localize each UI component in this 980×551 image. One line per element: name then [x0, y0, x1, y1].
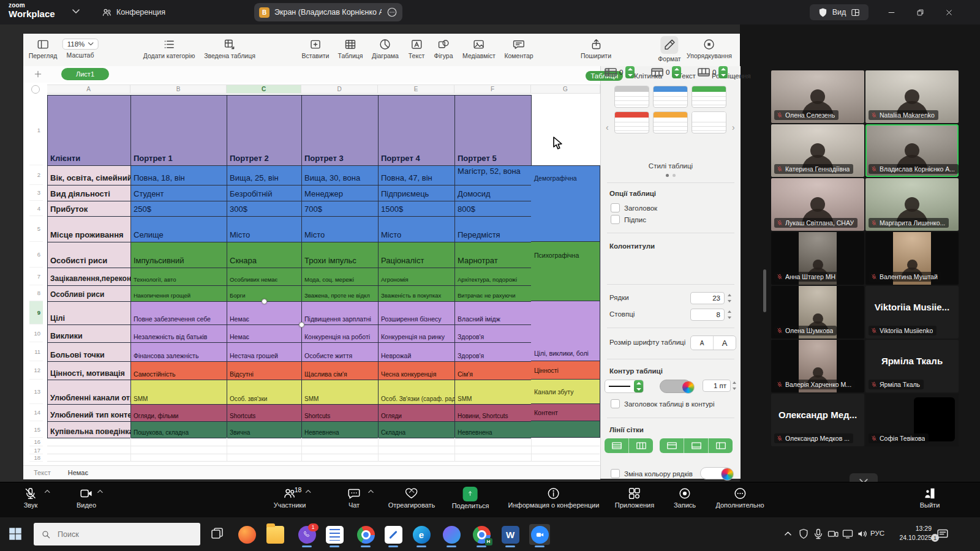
- stepper-icon[interactable]: [634, 380, 643, 392]
- table-cell[interactable]: Портрет 5: [455, 96, 532, 166]
- toolbar-item-text[interactable]: Текст: [409, 38, 424, 59]
- table-cell[interactable]: 800$: [455, 201, 532, 217]
- table-cell[interactable]: Накопичення грощей: [131, 286, 227, 302]
- table-cell[interactable]: Особливих немає: [227, 268, 302, 286]
- taskbar-app[interactable]: [236, 524, 257, 545]
- taskbar-app[interactable]: [324, 524, 345, 545]
- table-cell[interactable]: Неврожай: [379, 343, 455, 362]
- start-button[interactable]: [7, 526, 23, 542]
- table-cell[interactable]: Марнотрат: [455, 242, 532, 268]
- tab-screen-share[interactable]: B Экран (Владислав Корнієнко АГ: [254, 3, 402, 21]
- selection-handle[interactable]: [299, 322, 304, 328]
- table-style-thumbnail[interactable]: [653, 111, 688, 133]
- row-header-17[interactable]: 17: [29, 446, 43, 454]
- table-cell[interactable]: Shortcuts: [227, 405, 302, 422]
- header-footer-stepper-1[interactable]: 0: [651, 66, 681, 78]
- zoom-control-participants[interactable]: 18Участники: [274, 487, 306, 509]
- participant-tile[interactable]: Олена Селезень: [771, 70, 864, 123]
- table-cell[interactable]: Особисті риси: [48, 242, 131, 268]
- font-bigger-button[interactable]: A: [714, 336, 736, 350]
- task-view-icon[interactable]: [209, 527, 224, 541]
- outline-line-style-select[interactable]: [605, 380, 644, 393]
- g-column-segment[interactable]: Контент: [531, 404, 600, 421]
- view-button[interactable]: Вид: [810, 4, 869, 20]
- toolbar-item-add-category[interactable]: Додати категорію: [143, 38, 195, 59]
- table-cell[interactable]: Повна, 18, він: [131, 166, 227, 186]
- table-cell[interactable]: 250$: [131, 201, 227, 217]
- table-cell[interactable]: Щаслива сім'я: [302, 362, 379, 380]
- table-cell[interactable]: Сім'я: [455, 362, 532, 380]
- table-cell[interactable]: Портрет 1: [131, 96, 227, 166]
- table-cell[interactable]: Мода, соц. мережі: [302, 268, 379, 286]
- table-cell[interactable]: Місце проживання: [48, 217, 131, 242]
- row-header-12[interactable]: 12: [29, 361, 43, 380]
- taskbar-app[interactable]: [441, 524, 462, 545]
- participant-tile[interactable]: Софія Тевікова: [865, 394, 959, 446]
- styles-prev-icon[interactable]: ‹: [606, 122, 609, 132]
- table-cell[interactable]: Скнара: [227, 242, 302, 268]
- row-header-13[interactable]: 13: [29, 380, 43, 404]
- spreadsheet-grid[interactable]: ABCDEFG123456789101112131415161718Клієнт…: [23, 83, 600, 465]
- toolbar-item-arrange[interactable]: Упорядкування: [687, 38, 732, 59]
- participant-tile[interactable]: Валентина Муштай: [865, 232, 959, 285]
- toolbar-item-comment[interactable]: Коментар: [504, 38, 533, 59]
- table-cell[interactable]: Вища, 30, вона: [302, 166, 379, 186]
- table-cell[interactable]: Повне забезпечення себе: [131, 302, 227, 325]
- participant-tile[interactable]: Олена Шумкова: [771, 286, 864, 339]
- taskbar-app[interactable]: [355, 524, 376, 545]
- table-cell[interactable]: Трохи імпульс: [302, 242, 379, 268]
- row-header-10[interactable]: 10: [29, 324, 43, 342]
- color-wheel-icon[interactable]: [721, 468, 734, 481]
- stepper-icon[interactable]: [625, 66, 635, 78]
- chevron-up-icon[interactable]: [409, 490, 415, 493]
- styles-next-icon[interactable]: ›: [732, 122, 735, 132]
- g-column-segment[interactable]: [531, 421, 600, 438]
- zoom-level-select[interactable]: 118%: [62, 39, 99, 50]
- toolbar-item-view[interactable]: Перегляд: [29, 38, 58, 59]
- toolbar-item-zoom[interactable]: 118%Масштаб: [62, 38, 99, 59]
- table-cell[interactable]: Улюбленні канали отр: [48, 380, 131, 405]
- column-header-A[interactable]: A: [47, 84, 130, 94]
- tray-security-icon[interactable]: [797, 528, 810, 540]
- table-cell[interactable]: Невпевнена: [455, 422, 532, 438]
- participant-tile[interactable]: Валерія Харченко М...: [771, 340, 864, 392]
- table-cell[interactable]: Зацікавлення,перекон: [48, 268, 131, 286]
- table-cell[interactable]: Фінансова залежність: [131, 343, 227, 362]
- row-header-14[interactable]: 14: [29, 404, 43, 421]
- chevron-up-icon[interactable]: [368, 490, 374, 493]
- table-cell[interactable]: Огляди: [379, 405, 455, 422]
- outline-width-field[interactable]: 1 пт: [703, 380, 731, 392]
- table-cell[interactable]: Виклики: [48, 325, 131, 343]
- zoom-control-leave[interactable]: Выйти: [920, 487, 940, 509]
- table-cell[interactable]: Особливі риси: [48, 286, 131, 302]
- table-cell[interactable]: Звична: [227, 422, 302, 438]
- row-header-9[interactable]: 9: [29, 301, 43, 324]
- table-cell[interactable]: Агрономія: [379, 268, 455, 286]
- table-cell[interactable]: Портрет 3: [302, 96, 379, 166]
- styles-pagination[interactable]: [601, 174, 741, 177]
- taskbar-app[interactable]: W: [500, 524, 521, 545]
- table-cell[interactable]: Особ. звя'зки: [227, 380, 302, 405]
- selection-handle[interactable]: [262, 299, 267, 304]
- outline-width-stepper[interactable]: [732, 380, 737, 391]
- participant-tile[interactable]: Nataliia Makarenko: [865, 70, 959, 123]
- header-footer-stepper-2[interactable]: 0: [698, 66, 728, 78]
- g-column-segment[interactable]: Канали збуту: [531, 380, 600, 404]
- row-header-11[interactable]: 11: [29, 342, 43, 361]
- chevron-up-icon[interactable]: [97, 490, 103, 493]
- row-header-18[interactable]: 18: [29, 454, 43, 462]
- table-cell[interactable]: Самостійність: [131, 362, 227, 380]
- table-style-thumbnail[interactable]: [692, 111, 726, 133]
- taskbar-app[interactable]: [529, 524, 550, 545]
- table-cell[interactable]: 300$: [227, 201, 302, 217]
- toolbar-item-format[interactable]: Формат: [658, 38, 680, 62]
- table-cell[interactable]: Огляди, фільми: [131, 405, 227, 422]
- zoom-control-apps[interactable]: Приложения: [615, 487, 654, 509]
- table-style-thumbnail[interactable]: [614, 86, 649, 108]
- table-cell[interactable]: Відсутні: [227, 362, 302, 380]
- gridline-button[interactable]: [629, 438, 653, 453]
- table-style-thumbnail[interactable]: [653, 86, 688, 108]
- table-cell[interactable]: Технології, авто: [131, 268, 227, 286]
- participant-tile[interactable]: Катерина Геннадіївна: [771, 124, 864, 177]
- table-cell[interactable]: Портрет 4: [379, 96, 455, 166]
